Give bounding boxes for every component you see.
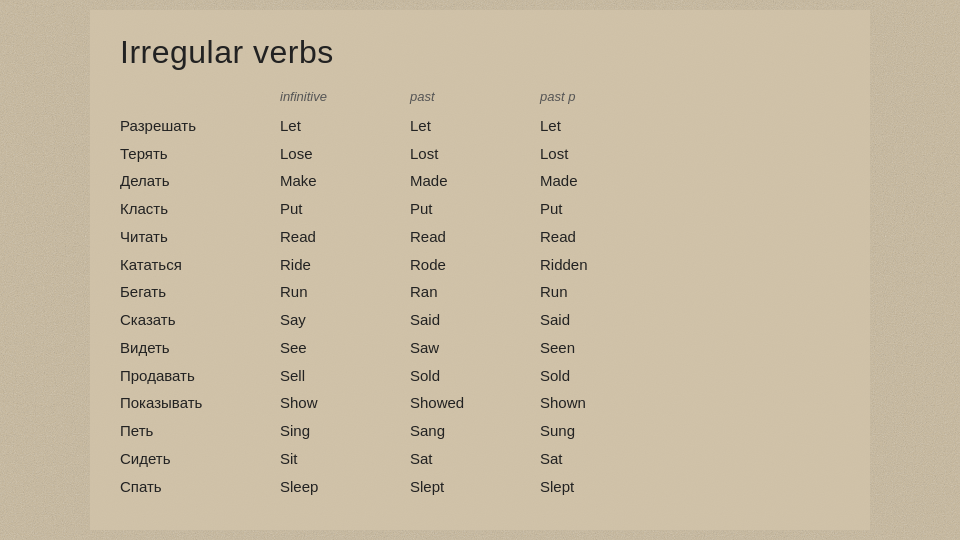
cell-past-5: Rode: [410, 251, 540, 279]
col-past-header: past: [410, 89, 540, 104]
col-russian-header: [120, 89, 280, 104]
cell-past-2: Made: [410, 167, 540, 195]
cell-pastp-3: Put: [540, 195, 670, 223]
cell-russian-3: Класть: [120, 195, 280, 223]
col-pastp-header: past p: [540, 89, 670, 104]
cell-russian-10: Показывать: [120, 389, 280, 417]
main-card: Irregular verbs infinitive past past p Р…: [90, 10, 870, 531]
cell-pastp-9: Sold: [540, 362, 670, 390]
cell-infinitive-6: Run: [280, 278, 410, 306]
cell-russian-8: Видеть: [120, 334, 280, 362]
cell-russian-4: Читать: [120, 223, 280, 251]
cell-pastp-13: Slept: [540, 473, 670, 501]
cell-past-9: Sold: [410, 362, 540, 390]
table-header: infinitive past past p: [120, 89, 840, 104]
cell-past-1: Lost: [410, 140, 540, 168]
cell-infinitive-4: Read: [280, 223, 410, 251]
cell-infinitive-3: Put: [280, 195, 410, 223]
cell-past-11: Sang: [410, 417, 540, 445]
cell-past-6: Ran: [410, 278, 540, 306]
table-body: РазрешатьLetLetLetТерятьLoseLostLostДела…: [120, 112, 840, 501]
cell-russian-5: Кататься: [120, 251, 280, 279]
cell-infinitive-8: See: [280, 334, 410, 362]
cell-pastp-4: Read: [540, 223, 670, 251]
page-title: Irregular verbs: [120, 34, 840, 71]
cell-past-3: Put: [410, 195, 540, 223]
cell-past-0: Let: [410, 112, 540, 140]
cell-past-4: Read: [410, 223, 540, 251]
cell-pastp-7: Said: [540, 306, 670, 334]
cell-russian-6: Бегать: [120, 278, 280, 306]
cell-infinitive-1: Lose: [280, 140, 410, 168]
cell-pastp-1: Lost: [540, 140, 670, 168]
cell-infinitive-12: Sit: [280, 445, 410, 473]
cell-pastp-12: Sat: [540, 445, 670, 473]
cell-russian-0: Разрешать: [120, 112, 280, 140]
cell-infinitive-7: Say: [280, 306, 410, 334]
cell-russian-1: Терять: [120, 140, 280, 168]
cell-russian-11: Петь: [120, 417, 280, 445]
cell-past-10: Showed: [410, 389, 540, 417]
col-infinitive-header: infinitive: [280, 89, 410, 104]
cell-infinitive-5: Ride: [280, 251, 410, 279]
cell-past-13: Slept: [410, 473, 540, 501]
cell-russian-7: Сказать: [120, 306, 280, 334]
cell-past-7: Said: [410, 306, 540, 334]
cell-pastp-11: Sung: [540, 417, 670, 445]
cell-pastp-6: Run: [540, 278, 670, 306]
cell-infinitive-11: Sing: [280, 417, 410, 445]
cell-infinitive-13: Sleep: [280, 473, 410, 501]
cell-past-8: Saw: [410, 334, 540, 362]
cell-russian-12: Сидеть: [120, 445, 280, 473]
cell-pastp-8: Seen: [540, 334, 670, 362]
cell-infinitive-9: Sell: [280, 362, 410, 390]
cell-infinitive-2: Make: [280, 167, 410, 195]
verb-table: infinitive past past p РазрешатьLetLetLe…: [120, 89, 840, 501]
cell-pastp-0: Let: [540, 112, 670, 140]
cell-pastp-5: Ridden: [540, 251, 670, 279]
cell-russian-13: Спать: [120, 473, 280, 501]
cell-pastp-10: Shown: [540, 389, 670, 417]
cell-past-12: Sat: [410, 445, 540, 473]
cell-pastp-2: Made: [540, 167, 670, 195]
cell-russian-9: Продавать: [120, 362, 280, 390]
cell-infinitive-0: Let: [280, 112, 410, 140]
cell-infinitive-10: Show: [280, 389, 410, 417]
cell-russian-2: Делать: [120, 167, 280, 195]
